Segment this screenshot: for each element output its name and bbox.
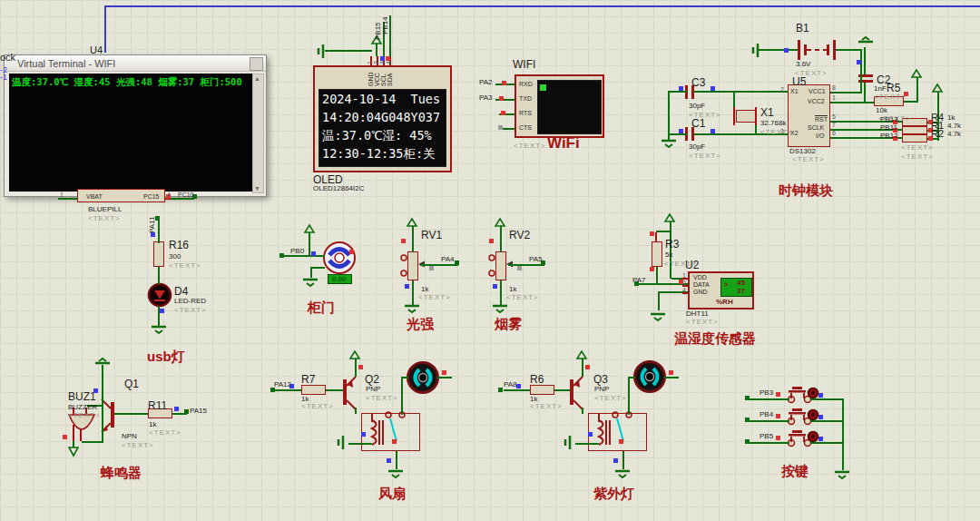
- res-ref: R11: [148, 400, 167, 411]
- ic-pin-name: PC15: [143, 193, 160, 200]
- pin-indicator: [63, 435, 67, 439]
- oled-pin-number: 4: [386, 61, 392, 64]
- res-value: 1k: [149, 421, 156, 428]
- battery-icon: [798, 40, 836, 60]
- buzzer-model: BUZZER: [68, 404, 97, 411]
- wire: [916, 77, 918, 102]
- wire: [326, 389, 343, 391]
- pot-value: 1k: [421, 286, 428, 293]
- terminal-circle[interactable]: [401, 255, 407, 260]
- transistor-icon: [570, 377, 583, 409]
- module-label-wifi: WiFi: [547, 135, 580, 151]
- terminal-close-button[interactable]: [250, 57, 263, 71]
- pin-indicator: [517, 266, 522, 270]
- terminal-circle[interactable]: [489, 270, 495, 276]
- module-label-light: 光强: [407, 317, 434, 330]
- wire: [283, 255, 325, 257]
- wire: [622, 451, 624, 469]
- wire: [750, 398, 789, 400]
- ground-icon: [388, 471, 403, 477]
- ic-pin-number: 2: [780, 86, 784, 93]
- net-label: PA15: [190, 408, 207, 415]
- wire: [348, 443, 372, 445]
- wire: [508, 264, 544, 266]
- virtual-terminal-window: Virtual Terminal - WIFI 温度:37.0℃ 湿度:45 光…: [4, 54, 267, 197]
- pin-indicator: [429, 266, 434, 270]
- wire: [376, 44, 377, 56]
- ic-pin-number: 5: [832, 113, 836, 120]
- net-label: PA3: [479, 94, 493, 102]
- fan-motor-icon: [635, 362, 665, 392]
- pin-indicator: [588, 432, 593, 437]
- placeholder-text: <TEXT>: [514, 143, 546, 150]
- dht-unit: %RH: [716, 299, 733, 306]
- placeholder-text: <TEXT>: [594, 395, 627, 402]
- relay-body: [361, 413, 420, 451]
- wire: [830, 102, 874, 103]
- scroll-down-icon[interactable]: ▼: [253, 185, 261, 192]
- net-label: PA8: [504, 381, 517, 388]
- pin-indicator: [776, 436, 780, 440]
- terminal-circle[interactable]: [489, 255, 495, 260]
- wire: [668, 91, 670, 135]
- net-label: PA2: [479, 79, 493, 86]
- terminal-title-bar[interactable]: Virtual Terminal - WIFI: [5, 55, 266, 72]
- terminal-circle[interactable]: [401, 270, 407, 276]
- down-arrow-icon: [69, 440, 78, 456]
- terminal-scrollbar[interactable]: ▲ ▼: [252, 74, 264, 193]
- pushbutton-actuator[interactable]: [808, 432, 818, 442]
- wire: [668, 135, 670, 142]
- ground-icon: [835, 472, 849, 478]
- pin-indicator: [184, 409, 189, 414]
- pin-indicator: [669, 370, 673, 375]
- scroll-up-icon[interactable]: ▲: [253, 75, 261, 82]
- wire: [755, 107, 757, 125]
- oled-pin-number: 2: [373, 61, 379, 64]
- oled-model: OLED12864I2C: [313, 185, 364, 192]
- pot-body: [407, 251, 418, 280]
- ic-pin-name: X2: [790, 130, 799, 136]
- wire: [310, 267, 312, 278]
- ground-icon: [303, 280, 318, 286]
- wire: [412, 280, 414, 306]
- res-value: 1k: [947, 114, 955, 122]
- transistor-icon: [343, 377, 356, 409]
- pin-indicator: [311, 251, 316, 256]
- wire: [860, 49, 862, 93]
- ic-pin-number: 1: [682, 272, 686, 279]
- oled-pin-number: 1: [367, 61, 373, 64]
- led-ref: D4: [174, 286, 188, 297]
- pin-indicator: [387, 458, 391, 463]
- pin-indicator: [405, 284, 409, 289]
- pin-indicator: [710, 129, 715, 133]
- placeholder-text: <TEXT>: [760, 129, 793, 136]
- ground-icon: [95, 359, 110, 363]
- pin-indicator: [501, 111, 505, 115]
- res-body: [301, 385, 326, 395]
- wire: [842, 398, 844, 470]
- wire: [864, 83, 866, 103]
- pin-indicator: [489, 239, 494, 243]
- pin-indicator: [392, 439, 397, 444]
- module-label-keys: 按键: [781, 464, 808, 477]
- ground-icon: [152, 327, 166, 333]
- oled-pin-name: VCC: [374, 73, 380, 86]
- res-body: [153, 241, 164, 267]
- wire: [755, 124, 757, 133]
- wire: [750, 420, 789, 422]
- pushbutton-actuator[interactable]: [808, 410, 818, 420]
- module-label-usbled: usb灯: [147, 349, 185, 363]
- net-label: PB3: [760, 389, 773, 397]
- ic-pin-number: 2: [682, 280, 686, 286]
- pushbutton-actuator[interactable]: [808, 388, 818, 398]
- transistor-type: NPN: [122, 433, 137, 440]
- pin-indicator: [613, 458, 618, 463]
- ground-icon: [318, 44, 323, 58]
- pin-indicator: [745, 396, 750, 400]
- wire: [664, 377, 679, 378]
- ic-model: DS1302: [789, 148, 816, 155]
- wire: [656, 231, 671, 232]
- placeholder-text: <TEXT>: [506, 294, 539, 301]
- wire: [355, 359, 357, 377]
- ground-icon: [651, 314, 665, 320]
